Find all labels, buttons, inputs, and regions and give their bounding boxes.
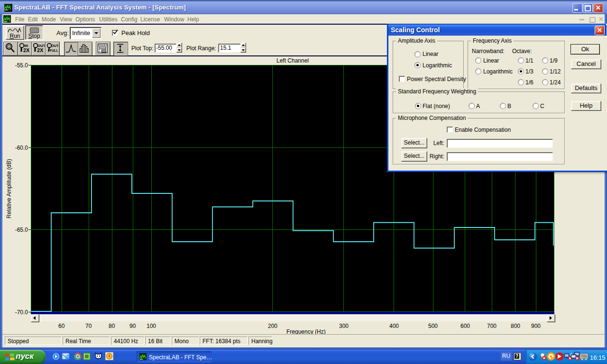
svg-text:2X: 2X <box>37 47 44 53</box>
svg-text:2X: 2X <box>23 47 30 53</box>
svg-text:FULL: FULL <box>50 48 59 53</box>
svg-text:OUT: OUT <box>51 44 58 48</box>
